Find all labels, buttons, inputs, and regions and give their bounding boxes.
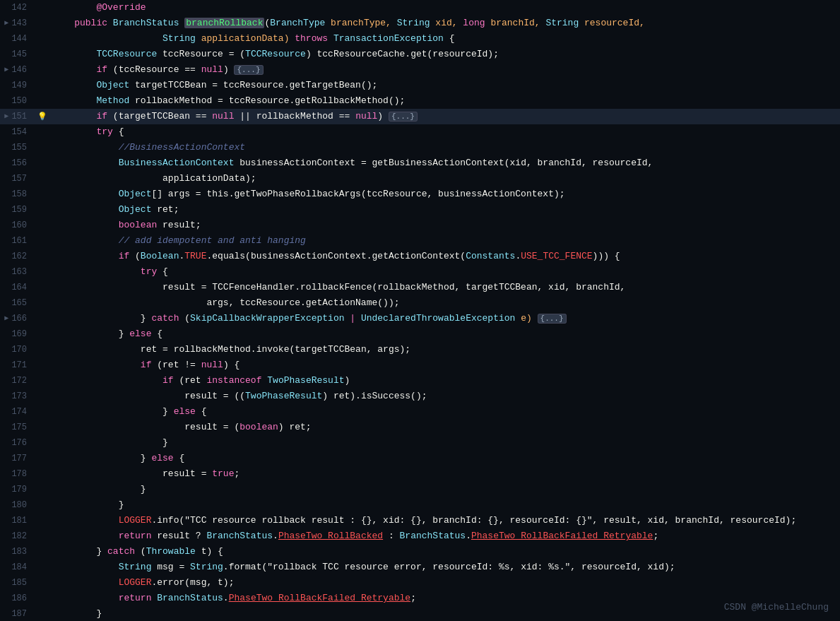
code-content: if (ret instanceof TwoPhaseResult) <box>49 373 840 389</box>
code-token: } <box>119 499 124 510</box>
code-token: . <box>223 593 229 603</box>
code-token: t) { <box>201 546 223 557</box>
code-token: ( <box>141 546 146 557</box>
code-token: ret; <box>157 204 179 215</box>
table-row: 177 } else { <box>0 451 840 466</box>
code-token: } <box>96 608 102 619</box>
code-token: Throwable <box>146 546 201 557</box>
code-content: result = (boolean) ret; <box>49 420 840 435</box>
code-token: else <box>151 453 179 463</box>
fold-arrow-icon[interactable]: ▶ <box>4 109 8 124</box>
code-token: ; <box>234 468 239 479</box>
table-row: 174 } else { <box>0 404 840 420</box>
code-token: catch <box>151 313 184 324</box>
line-number: 186 <box>0 591 35 606</box>
code-token: @Override <box>96 2 146 13</box>
table-row: 155 //BusinessActionContext <box>0 140 840 155</box>
code-content: applicationData); <box>49 171 840 187</box>
code-content: } <box>49 497 840 513</box>
code-token: return <box>119 593 158 603</box>
code-content: } catch (Throwable t) { <box>49 544 840 560</box>
code-token: } <box>141 453 152 463</box>
fold-arrow-icon[interactable]: ▶ <box>4 62 8 78</box>
table-row: ▶143 public BranchStatus branchRollback(… <box>0 16 840 31</box>
line-number: 142 <box>0 0 35 16</box>
fold-arrow-icon[interactable]: ▶ <box>4 16 8 31</box>
code-token: BranchStatus <box>206 531 273 541</box>
code-token: { <box>449 33 455 44</box>
line-number: 149 <box>0 78 35 93</box>
code-token: } <box>119 329 130 339</box>
code-token: .error(msg, t); <box>151 577 234 588</box>
table-row: 173 result = ((TwoPhaseResult) ret).isSu… <box>0 389 840 404</box>
code-token: else <box>129 329 157 339</box>
line-number: 169 <box>0 326 35 342</box>
code-token: xid, <box>435 18 463 28</box>
code-token: try <box>96 126 118 137</box>
code-content: LOGGER.info("TCC resource rollback resul… <box>49 513 840 528</box>
table-row: 184 String msg = String.format("rollback… <box>0 560 840 575</box>
line-number: 154 <box>0 124 35 140</box>
line-number: 165 <box>0 295 35 311</box>
line-number: ▶151 <box>0 109 35 124</box>
code-token: .format("rollback TCC resource error, re… <box>223 562 675 572</box>
folded-code-block: {...} <box>389 112 418 122</box>
code-token: TwoPhaseResult <box>245 391 322 401</box>
code-token: | <box>345 313 361 324</box>
code-token: } <box>162 406 174 417</box>
code-token: .equals(businessActionContext.getActionC… <box>206 251 466 261</box>
code-token: TCCResource <box>245 49 306 59</box>
code-token: ) { <box>223 360 239 370</box>
code-content: args, tccResource.getActionName()); <box>49 295 840 311</box>
code-token: ( <box>135 251 141 261</box>
code-token: LOGGER <box>119 577 152 588</box>
code-token: e) <box>521 313 537 324</box>
line-number: 179 <box>0 482 35 497</box>
line-number: 150 <box>0 93 35 109</box>
code-token: businessActionContext = getBusinessActio… <box>239 158 653 168</box>
code-token: rollbackMethod = tccResource.getRollback… <box>135 95 405 106</box>
code-editor: 142 @Override▶143 public BranchStatus br… <box>0 0 840 621</box>
table-row: 157 applicationData); <box>0 171 840 187</box>
code-content: try { <box>49 264 840 280</box>
line-number: 157 <box>0 171 35 187</box>
fold-arrow-icon[interactable]: ▶ <box>4 311 8 326</box>
code-content: if (tccResource == null) {...} <box>49 62 840 78</box>
table-row: 150 Method rollbackMethod = tccResource.… <box>0 93 840 109</box>
code-content: } <box>49 482 840 497</box>
code-content: Object targetTCCBean = tccResource.getTa… <box>49 78 840 93</box>
code-token: targetTCCBean = tccResource.getTargetBea… <box>135 80 377 90</box>
table-row: ▶146 if (tccResource == null) {...} <box>0 62 840 78</box>
code-token: { <box>201 406 207 417</box>
line-number: 162 <box>0 249 35 264</box>
code-content: boolean result; <box>49 218 840 233</box>
table-row: 158 Object[] args = this.getTwoPhaseRoll… <box>0 187 840 202</box>
table-row: 145 TCCResource tccResource = (TCCResour… <box>0 47 840 62</box>
code-content: TCCResource tccResource = (TCCResource) … <box>49 47 840 62</box>
code-content: if (targetTCCBean == null || rollbackMet… <box>49 109 840 124</box>
table-row: 154 try { <box>0 124 840 140</box>
table-row: 172 if (ret instanceof TwoPhaseResult) <box>0 373 840 389</box>
table-row: 175 result = (boolean) ret; <box>0 420 840 435</box>
code-token: branchId, <box>490 18 545 28</box>
code-token: BranchStatus <box>113 18 184 28</box>
code-token: String <box>119 562 158 572</box>
code-token: throws <box>295 33 333 44</box>
code-token: args, tccResource.getActionName()); <box>206 297 399 308</box>
table-row: 161 // add idempotent and anti hanging <box>0 233 840 249</box>
code-token: try <box>141 266 162 277</box>
table-row: 180 } <box>0 497 840 513</box>
code-token: String <box>162 33 201 44</box>
code-content: // add idempotent and anti hanging <box>49 233 840 249</box>
code-token: Boolean <box>141 251 179 261</box>
code-token: result = (( <box>184 391 245 401</box>
code-token: } <box>141 484 146 495</box>
gutter-icon: 💡 <box>35 109 49 124</box>
code-token: result = ( <box>184 422 239 432</box>
line-number: 145 <box>0 47 35 62</box>
code-token: applicationData) <box>201 33 295 44</box>
code-token: branchRollback <box>184 18 264 28</box>
code-token: (tccResource == <box>113 64 201 75</box>
code-token: // add idempotent and anti hanging <box>119 235 306 246</box>
line-number: 172 <box>0 373 35 389</box>
